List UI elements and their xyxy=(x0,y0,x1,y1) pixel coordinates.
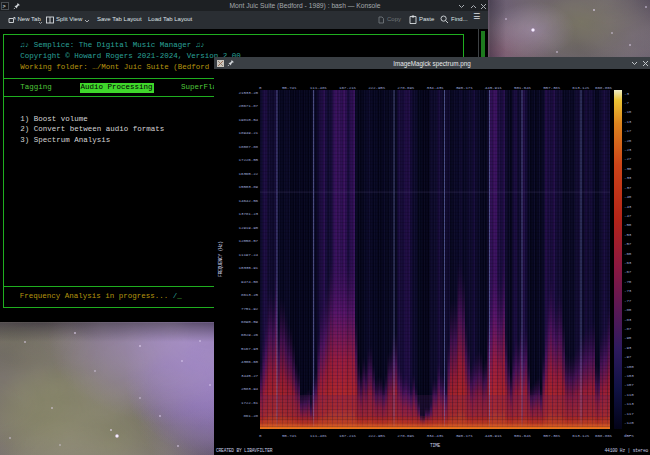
svg-text:222.95s: 222.95s xyxy=(368,433,386,438)
svg-text:334.43s: 334.43s xyxy=(427,85,445,90)
svg-text:-43: -43 xyxy=(624,204,632,209)
svg-text:10335.91: 10335.91 xyxy=(239,265,259,270)
svg-text:-23: -23 xyxy=(624,147,632,152)
svg-text:501.64s: 501.64s xyxy=(514,433,532,438)
svg-text:613.12s: 613.12s xyxy=(572,85,590,90)
svg-text:501.64s: 501.64s xyxy=(514,85,532,90)
svg-text:-77: -77 xyxy=(624,298,632,303)
svg-text:334.43s: 334.43s xyxy=(427,433,445,438)
svg-text:-93: -93 xyxy=(624,345,632,350)
svg-text:21533.20: 21533.20 xyxy=(239,90,259,95)
svg-text:445.91s: 445.91s xyxy=(485,85,503,90)
svg-text:445.91s: 445.91s xyxy=(485,433,503,438)
svg-text:1722.61: 1722.61 xyxy=(241,400,259,405)
svg-text:-7: -7 xyxy=(624,100,629,105)
svg-text:557.38s: 557.38s xyxy=(543,433,561,438)
svg-text:-37: -37 xyxy=(624,185,632,190)
svg-text:19810.54: 19810.54 xyxy=(239,117,259,122)
svg-text:FREQUENCY (Hz): FREQUENCY (Hz) xyxy=(218,241,223,277)
svg-text:TIME: TIME xyxy=(430,443,441,448)
svg-text:16365.22: 16365.22 xyxy=(239,171,259,176)
svg-text:CREATED BY LIBAVFILTER: CREATED BY LIBAVFILTER xyxy=(216,448,273,453)
svg-text:-47: -47 xyxy=(624,213,632,218)
svg-text:278.69s: 278.69s xyxy=(397,433,415,438)
svg-text:-20: -20 xyxy=(624,138,632,143)
svg-text:44100 Hz | stereo: 44100 Hz | stereo xyxy=(605,448,649,453)
svg-text:-100: -100 xyxy=(624,364,634,369)
svg-text:-27: -27 xyxy=(624,156,632,161)
svg-text:12919.90: 12919.90 xyxy=(239,225,259,230)
svg-text:-67: -67 xyxy=(624,269,632,274)
svg-text:6029.26: 6029.26 xyxy=(241,332,259,337)
svg-text:3445.27: 3445.27 xyxy=(241,373,259,378)
svg-text:5167.93: 5167.93 xyxy=(241,346,259,351)
svg-text:-80: -80 xyxy=(624,307,632,312)
svg-text:-60: -60 xyxy=(624,251,632,256)
svg-text:dBFS: dBFS xyxy=(624,433,634,438)
svg-text:-33: -33 xyxy=(624,175,632,180)
svg-text:-90: -90 xyxy=(624,335,632,340)
svg-text:17226.55: 17226.55 xyxy=(239,157,259,162)
svg-text:-63: -63 xyxy=(624,260,632,265)
svg-text:557.38s: 557.38s xyxy=(543,85,561,90)
svg-text:111.48s: 111.48s xyxy=(310,433,328,438)
svg-text:55.74s: 55.74s xyxy=(282,433,297,438)
svg-text:6890.59: 6890.59 xyxy=(241,319,259,324)
svg-text:111.48s: 111.48s xyxy=(310,85,328,90)
svg-text:-10: -10 xyxy=(624,109,632,114)
svg-text:13781.23: 13781.23 xyxy=(239,211,259,216)
svg-text:-40: -40 xyxy=(624,194,632,199)
svg-text:-97: -97 xyxy=(624,354,632,359)
svg-text:-70: -70 xyxy=(624,279,632,284)
svg-text:-87: -87 xyxy=(624,326,632,331)
svg-text:-53: -53 xyxy=(624,232,632,237)
svg-text:613.12s: 613.12s xyxy=(572,433,590,438)
svg-text:167.21s: 167.21s xyxy=(339,433,357,438)
svg-text:20671.87: 20671.87 xyxy=(239,103,259,108)
svg-text:-30: -30 xyxy=(624,166,632,171)
svg-text:-117: -117 xyxy=(624,411,634,416)
svg-text:167.21s: 167.21s xyxy=(339,85,357,90)
svg-text:668.86s: 668.86s xyxy=(595,433,613,438)
svg-text:2583.94: 2583.94 xyxy=(241,386,259,391)
svg-text:8613.25: 8613.25 xyxy=(241,292,259,297)
svg-text:-17: -17 xyxy=(624,128,632,133)
svg-text:-57: -57 xyxy=(624,241,632,246)
svg-text:-107: -107 xyxy=(624,382,634,387)
svg-text:11197.24: 11197.24 xyxy=(239,252,259,257)
svg-text:4306.60: 4306.60 xyxy=(241,359,259,364)
svg-text:14642.56: 14642.56 xyxy=(239,198,259,203)
svg-text:-103: -103 xyxy=(624,373,634,378)
svg-text:55.74s: 55.74s xyxy=(282,85,297,90)
svg-text:-73: -73 xyxy=(624,288,632,293)
svg-text:-13: -13 xyxy=(624,119,632,124)
svg-text:-113: -113 xyxy=(624,401,634,406)
svg-text:390.17s: 390.17s xyxy=(456,85,474,90)
svg-text:-110: -110 xyxy=(624,392,634,397)
svg-text:-50: -50 xyxy=(624,222,632,227)
svg-text:18949.21: 18949.21 xyxy=(239,130,259,135)
svg-text:-83: -83 xyxy=(624,317,632,322)
svg-text:861.28: 861.28 xyxy=(243,413,258,418)
svg-text:278.69s: 278.69s xyxy=(397,85,415,90)
svg-text:668.86s: 668.86s xyxy=(595,85,613,90)
svg-text:-3: -3 xyxy=(624,91,629,96)
svg-text:15503.89: 15503.89 xyxy=(239,184,259,189)
svg-text:7751.92: 7751.92 xyxy=(241,306,259,311)
svg-text:390.17s: 390.17s xyxy=(456,433,474,438)
svg-text:9474.58: 9474.58 xyxy=(241,279,259,284)
svg-text:-120: -120 xyxy=(624,420,634,425)
svg-text:18087.88: 18087.88 xyxy=(239,144,259,149)
svg-text:222.95s: 222.95s xyxy=(368,85,386,90)
svg-text:12058.57: 12058.57 xyxy=(239,238,259,243)
